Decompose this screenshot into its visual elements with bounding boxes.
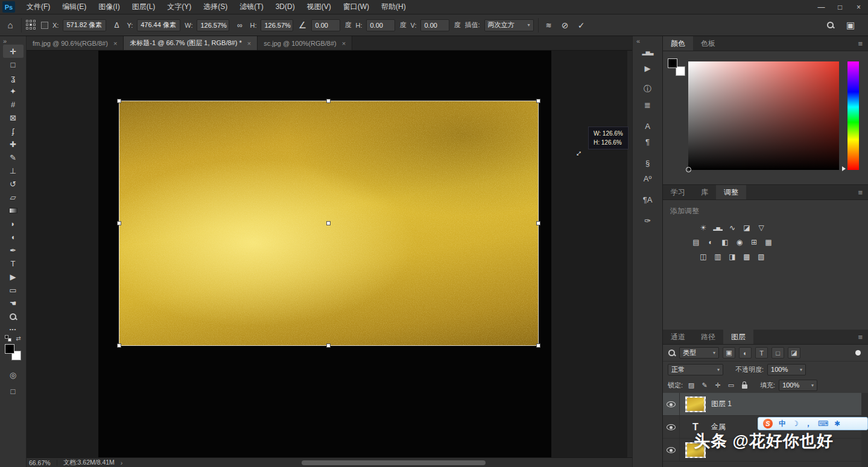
- canvas-vertical-scrollbar[interactable]: [627, 51, 632, 457]
- paragraph-panel-icon[interactable]: ¶: [638, 134, 658, 149]
- notes-panel-icon[interactable]: ✑: [638, 213, 658, 228]
- y-input[interactable]: 476.44 像素: [137, 19, 180, 31]
- transform-handle-top[interactable]: [326, 99, 331, 103]
- tool-dodge[interactable]: ◖: [3, 230, 24, 243]
- document-tab[interactable]: sc.jpg @ 100%(RGB/8#) ×: [258, 36, 352, 50]
- menu-window[interactable]: 窗口(W): [337, 0, 375, 14]
- ime-keyboard-icon[interactable]: ⌨: [818, 419, 828, 428]
- properties-panel-icon[interactable]: ≣: [638, 97, 658, 113]
- layer-filter-toggle[interactable]: [855, 350, 861, 356]
- tool-move[interactable]: ✛: [3, 45, 24, 58]
- adjustment-selective-color[interactable]: ▧: [756, 252, 766, 262]
- tab-learn[interactable]: 学习: [663, 185, 693, 199]
- home-button[interactable]: ⌂: [4, 20, 17, 30]
- color-field-marker[interactable]: [686, 167, 691, 172]
- dock-expand-button[interactable]: «: [633, 36, 644, 45]
- tool-rectangular-marquee[interactable]: □: [3, 58, 24, 71]
- minimize-button[interactable]: —: [812, 0, 831, 14]
- character-panel-icon[interactable]: A: [638, 118, 658, 134]
- tab-adjustments[interactable]: 调整: [716, 185, 746, 199]
- actions-panel-icon[interactable]: ▶: [638, 60, 658, 76]
- transform-handle-top-right[interactable]: [536, 99, 540, 103]
- tool-brush[interactable]: ✎: [3, 151, 24, 164]
- layer-visibility-toggle[interactable]: [663, 393, 680, 415]
- character-styles-panel-icon[interactable]: Aº: [638, 171, 658, 186]
- adjustment-threshold[interactable]: ◨: [727, 252, 737, 262]
- interpolation-select[interactable]: 两次立方 ▾: [484, 19, 534, 31]
- layer-filter-search-icon[interactable]: [668, 349, 676, 357]
- hue-slider[interactable]: [847, 61, 859, 170]
- lock-artboard-button[interactable]: ▭: [726, 380, 736, 390]
- tool-frame[interactable]: ⊠: [3, 111, 24, 124]
- tab-swatches[interactable]: 色板: [693, 36, 723, 51]
- foreground-color-swatch[interactable]: [668, 58, 677, 68]
- ime-toolbar[interactable]: S 中 ☽ ， ⌨ ✱: [758, 417, 868, 430]
- menu-help[interactable]: 帮助(H): [375, 0, 412, 14]
- tool-pen[interactable]: ✒: [3, 243, 24, 257]
- x-input[interactable]: 571.82 像素: [63, 19, 106, 31]
- tab-paths[interactable]: 路径: [693, 330, 723, 344]
- skew-v-input[interactable]: 0.00: [420, 19, 449, 31]
- menu-select[interactable]: 选择(S): [197, 0, 233, 14]
- menu-view[interactable]: 视图(V): [301, 0, 337, 14]
- maintain-aspect-ratio-button[interactable]: ∞: [233, 19, 246, 31]
- reference-point-locator[interactable]: [26, 20, 37, 31]
- zoom-level-input[interactable]: 66.67%: [29, 459, 51, 466]
- tool-hand[interactable]: ☚: [3, 296, 24, 310]
- sogou-logo-icon[interactable]: S: [763, 419, 773, 428]
- adjustment-gradient-map[interactable]: ▩: [742, 252, 752, 262]
- adjustment-hue-saturation[interactable]: ▤: [691, 237, 701, 247]
- tool-type[interactable]: T: [3, 257, 24, 270]
- transform-handle-bottom-left[interactable]: [117, 343, 121, 348]
- warp-mode-button[interactable]: ≋: [543, 19, 555, 31]
- swap-colors-button[interactable]: ⇄: [16, 335, 21, 342]
- tab-channels[interactable]: 通道: [663, 330, 693, 344]
- fill-select[interactable]: 100% ▾: [779, 380, 817, 391]
- skew-h-input[interactable]: 0.00: [366, 19, 395, 31]
- layer-visibility-toggle[interactable]: [663, 439, 680, 461]
- tab-layers[interactable]: 图层: [723, 330, 753, 344]
- opacity-select[interactable]: 100% ▾: [767, 364, 806, 375]
- blend-mode-select[interactable]: 正常 ▾: [668, 364, 723, 375]
- color-panel-menu-button[interactable]: ≡: [852, 36, 868, 51]
- tool-eraser[interactable]: ▱: [3, 190, 24, 204]
- search-icon[interactable]: [826, 21, 834, 29]
- menu-type[interactable]: 文字(Y): [161, 0, 197, 14]
- adjustment-color-balance[interactable]: ◐: [706, 237, 715, 247]
- tab-color[interactable]: 颜色: [663, 36, 693, 51]
- commit-transform-button[interactable]: ✓: [575, 19, 588, 31]
- screen-mode-button[interactable]: □: [6, 386, 21, 396]
- menu-edit[interactable]: 编辑(E): [56, 0, 92, 14]
- workspace-switcher-button[interactable]: ▣: [844, 20, 857, 31]
- tool-history-brush[interactable]: ↺: [3, 177, 24, 190]
- lock-image-pixels-button[interactable]: ✎: [700, 380, 709, 390]
- transform-handle-left[interactable]: [117, 221, 121, 225]
- adjustment-black-white[interactable]: ◧: [720, 237, 730, 247]
- adjustment-photo-filter[interactable]: ◉: [735, 237, 744, 247]
- tool-gradient[interactable]: [3, 204, 24, 217]
- layer-name[interactable]: 图层 1: [711, 399, 732, 409]
- status-options-button[interactable]: ›: [121, 459, 123, 466]
- adjustment-color-lookup[interactable]: ▦: [764, 237, 773, 247]
- tool-crop[interactable]: #: [3, 98, 24, 111]
- saturation-brightness-field[interactable]: [688, 61, 839, 170]
- ime-mode-icon[interactable]: ☽: [792, 419, 799, 428]
- lock-position-button[interactable]: ✛: [713, 380, 723, 390]
- height-input[interactable]: 126.57%: [261, 19, 293, 31]
- transform-reference-point[interactable]: [326, 221, 331, 225]
- document-tab[interactable]: fm.jpg @ 90.6%(RGB/8#) ×: [27, 36, 124, 50]
- ime-language-toggle[interactable]: 中: [779, 419, 786, 429]
- close-button[interactable]: ×: [849, 0, 868, 14]
- adjustment-curves[interactable]: ∿: [727, 223, 737, 233]
- canvas-pasteboard[interactable]: W: 126.6% H: 126.6% ↔: [27, 51, 632, 457]
- info-panel-icon[interactable]: ⓘ: [638, 81, 658, 97]
- glyphs-panel-icon[interactable]: §: [638, 155, 658, 171]
- transform-handle-bottom-right[interactable]: [536, 343, 540, 348]
- adjustment-brightness-contrast[interactable]: ☀: [699, 223, 708, 233]
- layer-row[interactable]: 图层 1: [663, 393, 861, 416]
- adjustment-levels[interactable]: ▂▅▂: [713, 223, 723, 233]
- width-input[interactable]: 126.57%: [197, 19, 229, 31]
- adjustment-exposure[interactable]: ◪: [742, 223, 752, 233]
- tool-blur[interactable]: ◗: [3, 217, 24, 230]
- tool-spot-healing[interactable]: ✚: [3, 137, 24, 151]
